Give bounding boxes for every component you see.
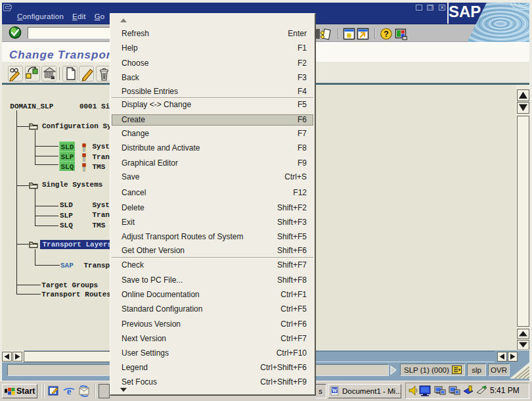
svg-text:e: e — [67, 386, 72, 396]
svg-text:?: ? — [384, 30, 389, 39]
svg-text:W: W — [332, 388, 338, 394]
